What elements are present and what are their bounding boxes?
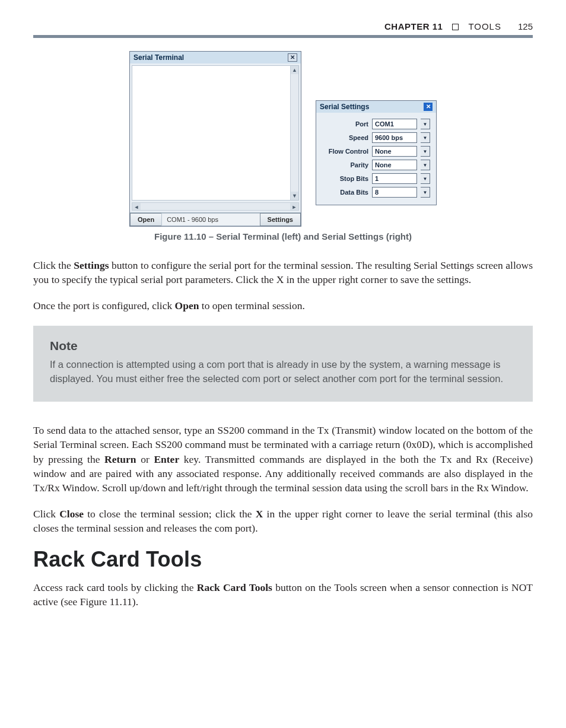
scroll-left-icon[interactable]: ◄ <box>132 203 141 210</box>
paragraph-2: Once the port is configured, click Open … <box>33 298 533 313</box>
serial-terminal-window: Serial Terminal ✕ ▲ ▼ ◄ ► Open COM1 - 96… <box>129 51 301 227</box>
chevron-down-icon[interactable]: ▼ <box>421 160 430 170</box>
vertical-scrollbar[interactable]: ▲ ▼ <box>290 66 298 200</box>
chevron-down-icon[interactable]: ▼ <box>421 187 430 198</box>
flow-control-select[interactable]: None <box>372 146 417 157</box>
terminal-status: COM1 - 9600 bps <box>161 213 260 226</box>
data-bits-select[interactable]: 8 <box>372 187 417 198</box>
terminal-rx-area: ▲ ▼ <box>132 65 299 201</box>
figure-caption: Figure 11.10 – Serial Terminal (left) an… <box>33 231 533 241</box>
chevron-down-icon[interactable]: ▼ <box>421 173 430 184</box>
serial-terminal-titlebar: Serial Terminal ✕ <box>130 52 301 63</box>
header-rule <box>33 35 533 38</box>
horizontal-scrollbar[interactable]: ◄ ► <box>132 202 299 211</box>
serial-settings-title: Serial Settings <box>320 103 369 111</box>
serial-settings-titlebar: Serial Settings ✕ <box>316 101 436 113</box>
flow-control-label: Flow Control <box>322 148 368 155</box>
speed-select[interactable]: 9600 bps <box>372 132 417 143</box>
note-body: If a connection is attempted using a com… <box>50 358 516 386</box>
port-select[interactable]: COM1 <box>372 119 417 129</box>
parity-select[interactable]: None <box>372 160 417 170</box>
parity-label: Parity <box>322 161 368 169</box>
chevron-down-icon[interactable]: ▼ <box>421 146 430 157</box>
settings-button[interactable]: Settings <box>260 213 301 226</box>
page-header: CHAPTER 11 TOOLS 125 <box>33 21 533 31</box>
figure-group: Serial Terminal ✕ ▲ ▼ ◄ ► Open COM1 - 96… <box>33 51 533 227</box>
chevron-down-icon[interactable]: ▼ <box>421 132 430 143</box>
open-button[interactable]: Open <box>130 213 162 226</box>
terminal-content <box>132 66 290 200</box>
chapter-label: CHAPTER 11 <box>384 21 443 31</box>
paragraph-1: Click the Settings button to configure t… <box>33 258 533 287</box>
note-heading: Note <box>50 339 516 353</box>
section-heading: Rack Card Tools <box>33 547 533 572</box>
scroll-right-icon[interactable]: ► <box>290 203 298 210</box>
paragraph-4: Click Close to close the terminal sessio… <box>33 507 533 535</box>
chevron-down-icon[interactable]: ▼ <box>421 119 430 129</box>
close-icon[interactable]: ✕ <box>424 103 433 111</box>
page-number: 125 <box>518 21 533 31</box>
serial-terminal-title: Serial Terminal <box>133 53 184 62</box>
stop-bits-label: Stop Bits <box>322 175 368 182</box>
scroll-down-icon[interactable]: ▼ <box>291 192 298 200</box>
note-box: Note If a connection is attempted using … <box>33 326 533 402</box>
paragraph-5: Access rack card tools by clicking the R… <box>33 580 533 609</box>
paragraph-3: To send data to the attached sensor, typ… <box>33 423 533 495</box>
terminal-bottom-bar: Open COM1 - 9600 bps Settings <box>130 212 301 226</box>
port-label: Port <box>322 120 368 128</box>
header-section: TOOLS <box>468 21 501 31</box>
data-bits-label: Data Bits <box>322 189 368 196</box>
scroll-up-icon[interactable]: ▲ <box>291 66 298 74</box>
stop-bits-select[interactable]: 1 <box>372 173 417 184</box>
speed-label: Speed <box>322 134 368 141</box>
close-icon[interactable]: ✕ <box>288 53 297 62</box>
header-square-icon <box>452 24 459 30</box>
serial-settings-window: Serial Settings ✕ Port COM1 ▼ Speed 9600… <box>316 100 437 205</box>
